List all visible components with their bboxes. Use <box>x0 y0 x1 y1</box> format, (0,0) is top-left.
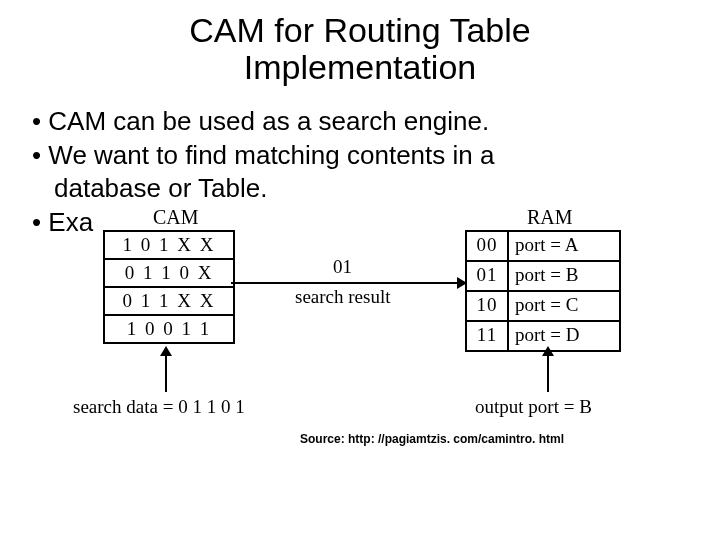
output-port-label: output port = B <box>475 396 592 418</box>
ram-val: port = A <box>509 232 619 260</box>
ram-table: 00 port = A 01 port = B 10 port = C 11 p… <box>465 230 621 352</box>
ram-addr: 11 <box>467 322 509 350</box>
ram-row: 10 port = C <box>467 292 619 322</box>
connection-arrow <box>231 282 465 284</box>
ram-val: port = C <box>509 292 619 320</box>
search-result-label: search result <box>295 286 390 308</box>
bullet-2-line-2: database or Table. <box>54 172 720 205</box>
source-citation: Source: http: //pagiamtzis. com/camintro… <box>300 432 564 446</box>
ram-addr: 00 <box>467 232 509 260</box>
ram-row: 01 port = B <box>467 262 619 292</box>
ram-val: port = D <box>509 322 619 350</box>
slide: CAM for Routing Table Implementation CAM… <box>0 0 720 540</box>
bullet-2-line-1: We want to find matching contents in a <box>48 140 494 170</box>
bullet-1: CAM can be used as a search engine. <box>30 105 720 138</box>
title-line-1: CAM for Routing Table <box>189 11 530 49</box>
cam-row: 1 0 0 1 1 <box>105 316 233 344</box>
ram-addr: 10 <box>467 292 509 320</box>
slide-title: CAM for Routing Table Implementation <box>0 0 720 87</box>
title-line-2: Implementation <box>244 48 476 86</box>
right-up-arrow <box>547 348 549 392</box>
search-result-value: 01 <box>333 256 352 278</box>
ram-header: RAM <box>527 206 573 229</box>
cam-row: 0 1 1 X X <box>105 288 233 316</box>
search-data-label: search data = 0 1 1 0 1 <box>73 396 245 418</box>
ram-addr: 01 <box>467 262 509 290</box>
ram-row: 00 port = A <box>467 232 619 262</box>
cam-row: 0 1 1 0 X <box>105 260 233 288</box>
cam-header: CAM <box>153 206 199 229</box>
bullet-2: We want to find matching contents in a d… <box>30 139 720 204</box>
ram-val: port = B <box>509 262 619 290</box>
diagram: CAM RAM 1 0 1 X X 0 1 1 0 X 0 1 1 X X 1 … <box>95 208 655 428</box>
cam-row: 1 0 1 X X <box>105 232 233 260</box>
left-up-arrow <box>165 348 167 392</box>
cam-table: 1 0 1 X X 0 1 1 0 X 0 1 1 X X 1 0 0 1 1 <box>103 230 235 344</box>
